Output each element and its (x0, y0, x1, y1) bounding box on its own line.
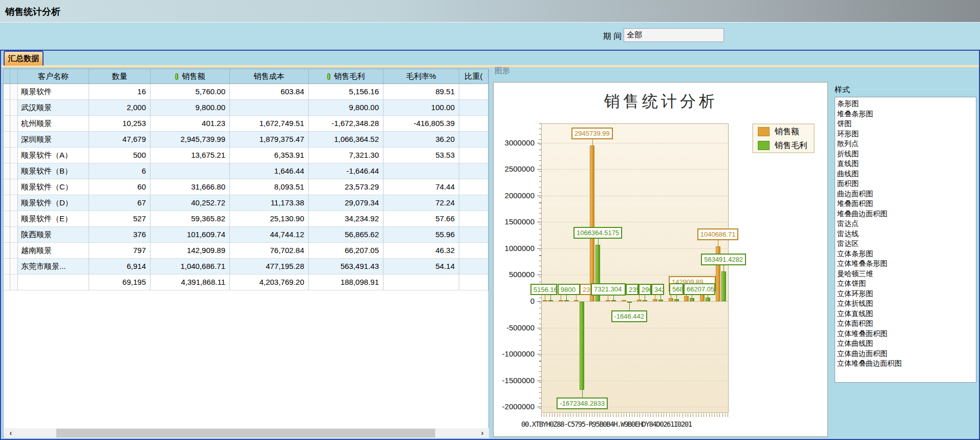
table-row[interactable]: 顺景软件（A）50013,675.216,353.917,321.3053.53 (4, 148, 488, 163)
style-list-item[interactable]: 散列点 (837, 139, 976, 149)
table-row[interactable]: 深圳顺景47,6792,945,739.991,879,375.471,066,… (4, 132, 488, 148)
column-header-6[interactable]: 毛利率% (384, 69, 459, 84)
style-list-item[interactable]: 立体堆叠条形图 (837, 259, 976, 269)
table-row[interactable]: 顺景软件（B）61,646.44-1,646.44 (4, 163, 488, 179)
table-cell: 8,093.51 (230, 179, 309, 195)
period-input[interactable]: 全部 (624, 28, 724, 42)
table-cell: 杭州顺景 (18, 116, 89, 132)
y-tick-mark (537, 301, 541, 302)
y-tick-mark (537, 275, 541, 275)
data-label: 66207.0538 (684, 283, 715, 295)
label-stub (676, 295, 677, 299)
style-list-item[interactable]: 曼哈顿三维 (837, 269, 976, 279)
table-cell: 59,365.82 (151, 211, 230, 227)
table-cell: 11,173.38 (230, 195, 309, 211)
scroll-right-arrow[interactable]: › (477, 428, 488, 438)
table-row[interactable]: 顺景软件165,760.00603.845,156.1689.51 (4, 84, 488, 100)
row-gutter (10, 84, 18, 100)
label-stub (661, 295, 661, 300)
data-label: 34234.92 (651, 284, 664, 295)
table-row[interactable]: 东莞市顺景...6,9141,040,686.71477,195.28563,4… (4, 259, 488, 275)
y-tick-label: -1000000 (488, 349, 535, 358)
table-cell: 401.23 (151, 116, 230, 132)
y-tick-label: 2000000 (488, 191, 535, 200)
callout-label: 1040686.71 (697, 228, 739, 240)
style-list-item[interactable]: 立体曲线图 (837, 339, 976, 349)
table-cell: 527 (89, 211, 151, 227)
style-list-item[interactable]: 堆叠曲边面积图 (837, 209, 976, 219)
x-axis-ticks (541, 413, 729, 417)
scroll-left-arrow[interactable]: ‹ (5, 428, 16, 438)
table-cell (459, 116, 488, 132)
row-gutter (10, 132, 18, 148)
column-header-7[interactable]: 比重( (459, 69, 488, 84)
legend-entry: 销售毛利 (756, 140, 811, 152)
chart-plot-area (541, 123, 729, 413)
table-cell (459, 227, 488, 243)
row-gutter (10, 211, 18, 227)
tab-summary-data[interactable]: 汇总数据 (4, 51, 44, 66)
style-list-item[interactable]: 条形图 (837, 99, 976, 109)
gridline (542, 196, 729, 196)
style-list-item[interactable]: 立体曲边面积图 (837, 349, 976, 359)
table-cell: 36.20 (384, 132, 459, 148)
table-cell: 23,573.29 (309, 179, 384, 195)
style-list-item[interactable]: 面积图 (837, 179, 976, 189)
style-list-item[interactable]: 雷达线 (837, 229, 976, 239)
horizontal-scrollbar[interactable]: ‹ › (4, 428, 489, 438)
style-list-item[interactable]: 立体堆叠曲边面积图 (837, 359, 976, 369)
y-tick-label: 500000 (488, 270, 535, 279)
table-cell: 25,130.90 (230, 211, 309, 227)
column-header-5[interactable]: 销售毛利 (309, 69, 384, 84)
gridline (542, 328, 729, 328)
style-list-item[interactable]: 堆叠面积图 (837, 199, 976, 209)
row-gutter (4, 84, 10, 100)
table-row[interactable]: 陕西顺景376101,609.7444,744.1256,865.6255.96 (4, 227, 488, 243)
table-row[interactable]: 顺景软件（D）6740,252.7211,173.3829,079.3472.2… (4, 195, 488, 211)
table-cell: -1,646.44 (309, 163, 384, 179)
table-row[interactable]: 杭州顺景10,253401.231,672,749.51-1,672,348.2… (4, 116, 488, 132)
style-list-item[interactable]: 立体直线图 (837, 309, 976, 319)
style-list-item[interactable]: 立体饼图 (837, 279, 976, 289)
chart-legend: 销售额销售毛利 (752, 123, 815, 153)
style-list-item[interactable]: 立体折线图 (837, 299, 976, 309)
table-row[interactable]: 越南顺景797142,909.8976,702.8466,207.0546.32 (4, 243, 488, 259)
style-list-item[interactable]: 雷达点 (837, 219, 976, 229)
table-row[interactable]: 顺景软件（E）52759,365.8225,130.9034,234.9257.… (4, 211, 488, 227)
style-list-item[interactable]: 立体面积图 (837, 319, 976, 329)
table-cell (151, 163, 230, 179)
y-tick-label: -2000000 (488, 402, 535, 411)
table-cell: 16 (89, 84, 151, 100)
style-list-item[interactable]: 饼图 (837, 119, 976, 129)
table-cell: 66,207.05 (309, 243, 384, 259)
table-cell (18, 275, 89, 290)
table-row[interactable]: 69,1954,391,868.114,203,769.20188,098.91 (4, 275, 488, 290)
callout-connector (598, 239, 599, 245)
style-list-item[interactable]: 堆叠条形图 (837, 109, 976, 119)
column-header-1[interactable]: 客户名称 (18, 69, 89, 84)
style-list-item[interactable]: 曲边面积图 (837, 189, 976, 199)
style-list-item[interactable]: 立体条形图 (837, 249, 976, 259)
style-list-item[interactable]: 雷达区 (837, 239, 976, 249)
table-row[interactable]: 武汉顺景2,0009,800.009,800.00100.00 (4, 100, 488, 116)
scrollbar-thumb[interactable] (56, 429, 435, 437)
label-stub (686, 295, 687, 296)
style-list-item[interactable]: 立体环形图 (837, 289, 976, 299)
style-list-item[interactable]: 立体堆叠面积图 (837, 329, 976, 339)
label-stub (561, 295, 561, 300)
table-row[interactable]: 顺景软件（C）6031,666.808,093.5123,573.2974.44 (4, 179, 488, 195)
style-list-item[interactable]: 曲线图 (837, 169, 976, 179)
chart-style-listbox[interactable]: 条形图堆叠条形图饼图环形图散列点折线图直线图曲线图面积图曲边面积图堆叠面积图堆叠… (835, 97, 976, 383)
style-list-item[interactable]: 环形图 (837, 129, 976, 139)
table-cell: 74.44 (384, 179, 459, 195)
column-header-2[interactable]: 数量 (89, 69, 151, 84)
callout-label: 563491.4282 (701, 254, 746, 265)
bar-销售额-0 (543, 300, 547, 301)
data-label: 231 (580, 284, 591, 295)
table-cell: 40,252.72 (151, 195, 230, 211)
column-header-3[interactable]: 销售额 (151, 69, 230, 84)
table-cell: 44,744.12 (230, 227, 309, 243)
style-list-item[interactable]: 直线图 (837, 159, 976, 169)
column-header-4[interactable]: 销售成本 (230, 69, 309, 84)
style-list-item[interactable]: 折线图 (837, 149, 976, 159)
